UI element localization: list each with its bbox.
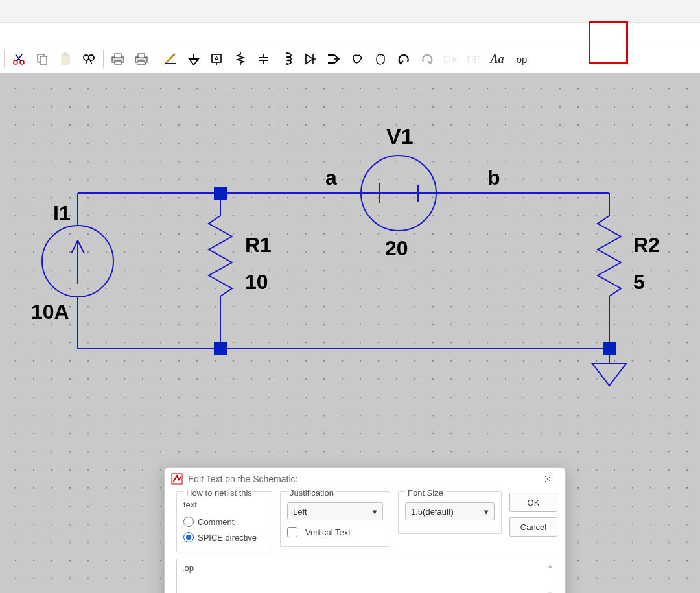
- radio-icon: [183, 532, 194, 542]
- svg-point-6: [84, 55, 89, 60]
- directive-textarea[interactable]: .op ▴ ▾: [176, 559, 557, 593]
- fontsize-fieldset: Font Size 1.5(default) ▾: [398, 491, 502, 534]
- svg-rect-17: [468, 56, 472, 62]
- svg-rect-3: [40, 56, 47, 64]
- justification-select[interactable]: Left ▾: [287, 502, 383, 520]
- ground-icon[interactable]: [183, 49, 204, 69]
- radio-directive-label: SPICE directive: [198, 533, 257, 542]
- label-i1-name[interactable]: I1: [53, 202, 71, 226]
- vertical-text-checkbox[interactable]: Vertical Text: [287, 524, 383, 540]
- cut-icon[interactable]: [8, 49, 29, 69]
- svg-rect-21: [214, 187, 227, 200]
- radio-comment-label: Comment: [198, 517, 234, 527]
- dialog-title: Edit Text on the Schematic:: [188, 474, 298, 484]
- directive-text: .op: [177, 559, 557, 577]
- print-setup-icon[interactable]: [131, 49, 152, 69]
- fontsize-legend: Font Size: [405, 488, 446, 498]
- find-icon[interactable]: [78, 49, 99, 69]
- label-icon[interactable]: A: [207, 49, 228, 69]
- justification-legend: Justification: [287, 488, 336, 498]
- vertical-text-label: Vertical Text: [305, 528, 351, 537]
- draw-wire-icon[interactable]: [160, 49, 181, 69]
- label-v1-value[interactable]: 20: [385, 237, 408, 261]
- copy-icon[interactable]: [32, 49, 52, 69]
- label-node-b[interactable]: b: [487, 166, 500, 190]
- fontsize-value: 1.5(default): [411, 507, 454, 517]
- netlist-fieldset: How to netlist this text Comment SPICE d…: [176, 491, 272, 552]
- svg-text:A: A: [215, 55, 219, 62]
- app-icon: [171, 473, 183, 485]
- diode-icon[interactable]: [300, 49, 321, 69]
- justification-fieldset: Justification Left ▾ Vertical Text: [280, 491, 390, 547]
- label-i1-value[interactable]: 10A: [31, 300, 69, 324]
- label-r1-name[interactable]: R1: [245, 233, 272, 257]
- print-icon[interactable]: [108, 49, 128, 69]
- spice-directive-icon[interactable]: .op: [510, 49, 531, 69]
- svg-rect-15: [445, 56, 449, 62]
- ok-button[interactable]: OK: [509, 493, 557, 512]
- label-node-a[interactable]: a: [325, 166, 337, 190]
- toolbar-sep: [4, 50, 5, 68]
- chevron-down-icon: ▾: [373, 507, 377, 517]
- toolbar-sep: [156, 50, 156, 68]
- cancel-button[interactable]: Cancel: [509, 517, 557, 537]
- label-v1-name[interactable]: V1: [386, 124, 414, 149]
- paste-icon[interactable]: [55, 49, 76, 69]
- svg-point-7: [89, 55, 94, 60]
- radio-icon: [183, 517, 194, 527]
- scroll-up-icon[interactable]: ▴: [546, 561, 554, 569]
- toolbar-sep: [103, 50, 104, 68]
- svg-rect-5: [64, 53, 67, 56]
- label-r1-value[interactable]: 10: [245, 270, 268, 294]
- component-icon[interactable]: [323, 49, 344, 69]
- netlist-legend: How to netlist this text: [183, 488, 252, 509]
- resistor-icon[interactable]: [230, 49, 251, 69]
- capacitor-icon[interactable]: [253, 49, 274, 69]
- undo-icon[interactable]: [393, 49, 414, 69]
- label-r2-value[interactable]: 5: [633, 270, 645, 294]
- svg-rect-22: [214, 342, 227, 355]
- rotate-right-icon[interactable]: [463, 49, 484, 69]
- svg-rect-12: [138, 54, 145, 58]
- drag-icon[interactable]: [370, 49, 391, 69]
- svg-text:m: m: [452, 55, 458, 64]
- rotate-left-icon[interactable]: m: [440, 49, 461, 69]
- move-icon[interactable]: [347, 49, 368, 69]
- window-shelf: [0, 0, 700, 23]
- edit-text-dialog: Edit Text on the Schematic: How to netli…: [164, 467, 566, 593]
- scroll-down-icon[interactable]: ▾: [546, 590, 554, 593]
- redo-icon[interactable]: [417, 49, 438, 69]
- svg-rect-18: [475, 56, 480, 62]
- label-r2-name[interactable]: R2: [633, 233, 660, 257]
- svg-rect-23: [603, 342, 616, 355]
- radio-comment[interactable]: Comment: [183, 514, 265, 529]
- close-icon[interactable]: [537, 469, 559, 489]
- svg-rect-10: [115, 61, 121, 64]
- text-icon[interactable]: Aa: [487, 49, 508, 69]
- justification-value: Left: [293, 507, 307, 517]
- radio-spice-directive[interactable]: SPICE directive: [183, 529, 265, 545]
- fontsize-select[interactable]: 1.5(default) ▾: [405, 502, 495, 520]
- schematic-canvas[interactable]: V1 20 a b I1 10A R1 10 R2 5 Edit Text on…: [0, 73, 700, 593]
- inductor-icon[interactable]: [277, 49, 298, 69]
- svg-rect-9: [115, 54, 121, 58]
- dialog-titlebar: Edit Text on the Schematic:: [165, 468, 565, 490]
- chevron-down-icon: ▾: [484, 507, 489, 517]
- toolbar: A m Aa .op: [0, 45, 700, 73]
- checkbox-icon: [287, 527, 298, 537]
